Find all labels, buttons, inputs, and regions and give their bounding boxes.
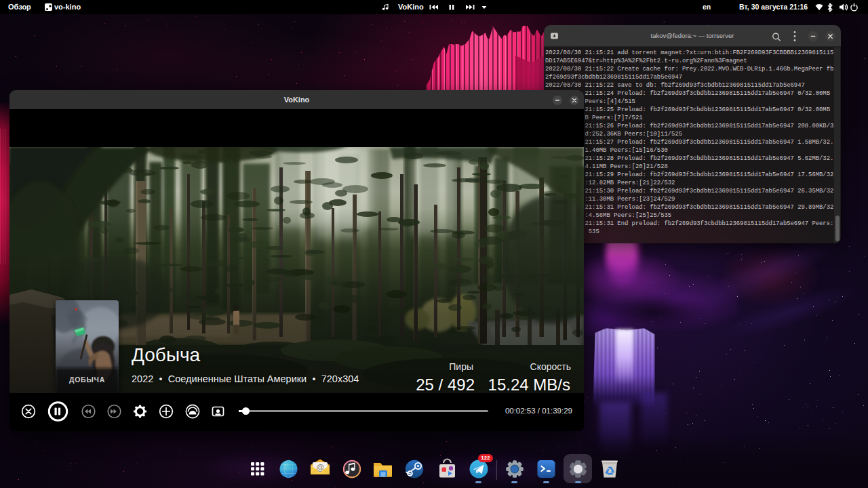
svg-text:ДОБЫЧА: ДОБЫЧА (69, 375, 105, 384)
